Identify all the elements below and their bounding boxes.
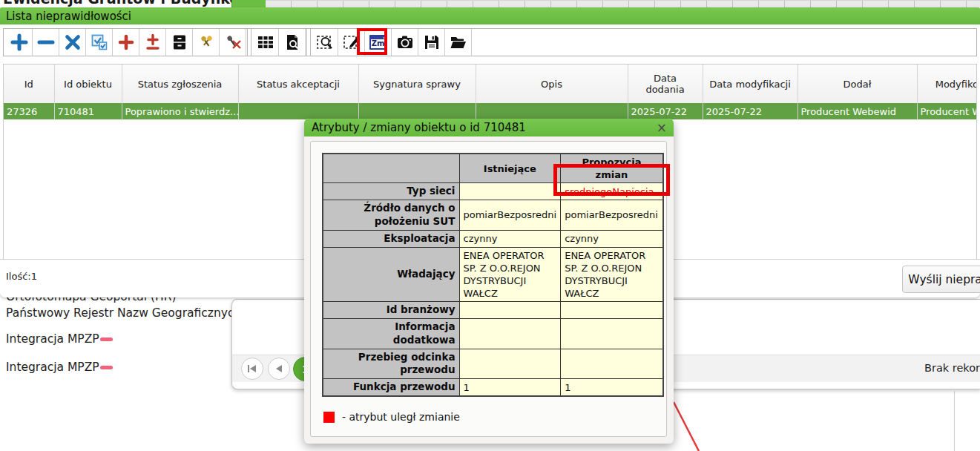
attr-existing (459, 183, 561, 200)
selection-edit-icon (343, 33, 361, 51)
attr-row: Id branżowy (323, 302, 663, 319)
column-header-modified-by[interactable]: Modyfikował (917, 65, 977, 103)
edit-selection-button[interactable] (338, 29, 365, 56)
cell-case-signature (358, 103, 476, 119)
layer-item-prng[interactable]: Państwowy Rejestr Nazw Geograficznych (6, 306, 241, 321)
attr-row: Informacja dodatkowa (323, 319, 663, 349)
add-red-button[interactable] (113, 29, 139, 56)
attr-label: Władający (323, 247, 459, 302)
archive-button[interactable] (166, 29, 193, 56)
attr-existing: czynny (459, 230, 561, 247)
attr-proposed (561, 349, 663, 379)
attr-row: Władający ENEA OPERATOR SP. Z O.O.REJON … (323, 247, 663, 302)
pager-first-button[interactable] (241, 358, 263, 380)
attr-existing (459, 349, 561, 379)
attr-col-proposed: Propozycja zmian (561, 154, 663, 183)
attr-row: Funkcja przewodu 1 1 (323, 379, 663, 396)
map-gray-line (954, 391, 955, 451)
save-button[interactable] (418, 29, 445, 56)
column-header-case-signature[interactable]: Sygnatura sprawy (358, 65, 476, 103)
cell-object-id: 710481 (54, 103, 122, 119)
column-header-report-status[interactable]: Status zgłoszenia (122, 65, 238, 103)
add-button[interactable] (6, 29, 33, 56)
remove-button[interactable] (33, 29, 59, 56)
zoom-selection-button[interactable] (312, 29, 338, 56)
x-icon (64, 33, 82, 51)
attr-proposed: pomiarBezposredni (561, 200, 663, 231)
attr-label: Informacja dodatkowa (323, 319, 459, 349)
attr-proposed (561, 319, 663, 349)
background-toolbar (266, 0, 980, 7)
send-irregularities-button[interactable]: Wyślij nieprawidłowości (902, 266, 980, 293)
attr-col-existing: Istniejące (459, 154, 561, 183)
attr-label: Id branżowy (323, 302, 459, 319)
background-green-button[interactable] (231, 0, 266, 7)
modal-content: Istniejące Propozycja zmian Typ sieci sr… (310, 141, 667, 437)
attr-label: Funkcja przewodu (323, 379, 459, 396)
report-button[interactable] (279, 29, 306, 56)
attributes-table: Istniejące Propozycja zmian Typ sieci sr… (322, 153, 664, 397)
attr-corner-cell (323, 154, 459, 183)
mpzp-badge-icon (100, 366, 113, 369)
verify-button[interactable] (86, 29, 113, 56)
column-header-description[interactable]: Opis (476, 65, 628, 103)
column-header-date-added[interactable]: Data dodania (628, 65, 703, 103)
count-label: Ilość:1 (6, 271, 37, 282)
folder-open-icon (450, 33, 467, 51)
attr-label: Eksploatacja (323, 230, 459, 247)
irregularities-toolbar: Zm (3, 28, 977, 56)
checkboxes-icon (91, 33, 108, 51)
app-stage: Ewidencja Gruntów i Budynków Ortofotomap… (0, 0, 980, 451)
attr-label: Przebieg odcinka przewodu (323, 349, 459, 379)
attr-label: Typ sieci (323, 183, 459, 200)
attr-proposed: czynny (561, 230, 663, 247)
toolbar-separator (247, 29, 251, 56)
camera-icon (396, 33, 414, 51)
delete-button[interactable] (59, 29, 86, 56)
cell-report-status: Poprawiono i stwierdz... (122, 103, 238, 119)
attr-proposed: ENEA OPERATOR SP. Z O.O.REJON DYSTRYBUCJ… (561, 247, 663, 302)
open-button[interactable] (445, 29, 472, 56)
pager-prev-button[interactable] (268, 358, 290, 380)
changed-attribute-icon (323, 412, 335, 423)
layer-item-mpzp-1[interactable]: Integracja MPZP (6, 332, 113, 347)
grid-icon (257, 33, 274, 51)
grid-header-row: Id Id obiektu Status zgłoszenia Status a… (4, 65, 977, 103)
no-records-message: Brak rekordów (924, 362, 980, 374)
snapshot-button[interactable] (392, 29, 418, 56)
attr-existing (459, 319, 561, 349)
mpzp-badge-icon (100, 338, 113, 341)
drawer-icon (171, 33, 188, 51)
attr-proposed (561, 302, 663, 319)
irregularity-row[interactable]: 27326 710481 Poprawiono i stwierdz... 20… (4, 103, 977, 119)
zm-window-icon: Zm (369, 35, 387, 50)
modal-title: Atrybuty / zmiany obiektu o id 710481 (304, 119, 674, 136)
legend: - atrybut uległ zmianie (323, 411, 460, 423)
column-header-added-by[interactable]: Dodał (798, 65, 917, 103)
attr-row: Typ sieci sredniegoNapiecia (323, 183, 663, 200)
cell-added-by: Producent Webewid (798, 103, 917, 119)
attr-existing: pomiarBezposredni (459, 200, 561, 231)
column-header-object-id[interactable]: Id obiektu (54, 65, 122, 103)
panel-title: Lista nieprawidłowości (0, 7, 980, 24)
column-header-date-modified[interactable]: Data modyfikacji (703, 65, 798, 103)
attr-row: Przebieg odcinka przewodu (323, 349, 663, 379)
close-icon[interactable]: × (657, 121, 667, 134)
cell-description (476, 103, 628, 119)
plus-minus-button[interactable] (139, 29, 166, 56)
attr-existing: ENEA OPERATOR SP. Z O.O.REJON DYSTRYBUCJ… (459, 247, 561, 302)
table-view-button[interactable] (252, 29, 279, 56)
zm-changes-button[interactable]: Zm (365, 29, 392, 56)
pin-button[interactable] (193, 29, 220, 56)
attr-row: Źródło danych o położeniu SUT pomiarBezp… (323, 200, 663, 231)
map-red-line (674, 402, 699, 451)
layer-item-mpzp-2[interactable]: Integracja MPZP (6, 361, 113, 375)
cell-date-added: 2025-07-22 (628, 103, 703, 119)
column-header-id[interactable]: Id (4, 65, 54, 103)
unpin-button[interactable] (220, 29, 246, 56)
attr-label: Źródło danych o położeniu SUT (323, 200, 459, 231)
column-header-acceptance-status[interactable]: Status akceptacji (238, 65, 358, 103)
plus-minus-icon (144, 33, 162, 51)
attributes-modal: Atrybuty / zmiany obiektu o id 710481 × … (304, 119, 674, 444)
attr-proposed-changed: sredniegoNapiecia (561, 183, 663, 200)
